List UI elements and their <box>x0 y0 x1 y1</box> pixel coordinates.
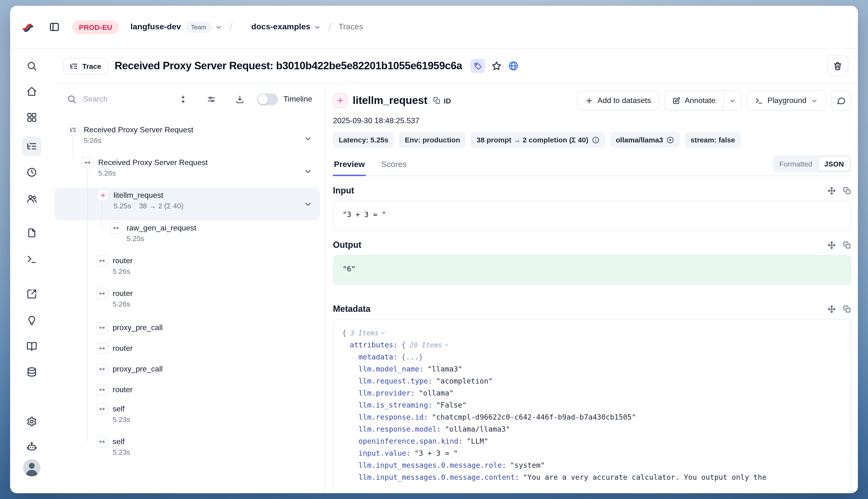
tree-node-router[interactable]: router <box>53 339 325 360</box>
top-navigation: PROD-EU langfuse-dev Team / docs-example… <box>10 6 858 49</box>
playground-button[interactable]: Playground <box>747 90 826 111</box>
json-line: input.value:"3 + 3 = " <box>342 448 842 460</box>
add-to-datasets-button[interactable]: Add to datasets <box>577 90 659 111</box>
tree-node-router[interactable]: router 5.26s <box>53 286 325 318</box>
delete-trace-button[interactable] <box>827 55 848 76</box>
output-section-header: Output <box>333 240 851 250</box>
annotate-dropdown-chevron-icon[interactable] <box>724 90 742 111</box>
tree-node-proxy-pre-call[interactable]: proxy_pre_call <box>53 318 325 339</box>
generation-icon <box>97 190 109 201</box>
chevron-down-icon <box>811 97 818 104</box>
tree-node-self[interactable]: self 5.23s <box>53 434 325 467</box>
tree-node-router[interactable]: router 5.26s <box>53 253 325 286</box>
insights-icon[interactable] <box>22 311 41 330</box>
tab-preview[interactable]: Preview <box>333 160 366 176</box>
environment-badge: Env: production <box>399 132 466 148</box>
timeline-toggle[interactable] <box>257 93 278 105</box>
input-section-title: Input <box>333 186 354 196</box>
home-icon[interactable] <box>22 82 41 101</box>
model-badge: ollama/llama3 <box>610 132 680 148</box>
comments-button[interactable] <box>831 90 851 111</box>
tags-button[interactable] <box>471 59 485 73</box>
detail-tabs: Preview Scores Formatted JSON <box>333 156 851 176</box>
users-icon[interactable] <box>22 189 41 208</box>
circle-plus-icon[interactable] <box>667 136 674 144</box>
tree-search-input[interactable] <box>82 94 172 104</box>
langfuse-app-window: PROD-EU langfuse-dev Team / docs-example… <box>10 6 858 493</box>
organization-name[interactable]: langfuse-dev <box>131 22 181 32</box>
json-line: llm.model_name:"llama3" <box>342 363 842 375</box>
trace-header-bar: Trace Received Proxy Server Request: b30… <box>53 49 858 84</box>
globe-icon <box>508 61 519 71</box>
tree-node-litellm-request[interactable]: litellm_request 5.25s38 → 2 (Σ 40) <box>54 188 320 220</box>
assistant-icon[interactable] <box>22 437 41 456</box>
view-toggle: Formatted JSON <box>773 156 851 172</box>
tracing-icon[interactable] <box>22 137 41 156</box>
tree-node-raw-gen-ai-request[interactable]: raw_gen_ai_request 5.25s <box>53 220 325 253</box>
exports-icon[interactable] <box>22 362 41 381</box>
json-line: llm.input_messages.0.message.content:"Yo… <box>342 472 842 484</box>
expand-icon[interactable] <box>828 241 836 249</box>
copy-icon[interactable] <box>843 187 851 195</box>
copy-icon[interactable] <box>843 241 851 249</box>
copy-icon[interactable] <box>843 305 851 313</box>
datasets-icon[interactable] <box>22 337 41 356</box>
collapse-chevron-icon[interactable] <box>304 134 312 143</box>
expand-icon[interactable] <box>828 305 836 313</box>
langfuse-logo[interactable] <box>22 21 35 34</box>
formatted-view-button[interactable]: Formatted <box>774 157 818 171</box>
tree-node-span[interactable]: Received Proxy Server Request 5.26s <box>53 155 325 188</box>
json-line: llm.response.id:"chatcmpl-d96622c0-c642-… <box>342 411 842 424</box>
prompts-icon[interactable] <box>22 223 41 243</box>
org-type-badge: Team <box>186 21 212 33</box>
public-link-button[interactable] <box>508 61 519 71</box>
breadcrumb-traces[interactable]: Traces <box>339 22 363 32</box>
annotate-button[interactable]: Annotate <box>664 90 724 111</box>
copy-icon <box>433 97 441 105</box>
tree-node-proxy-pre-call[interactable]: proxy_pre_call <box>53 360 325 381</box>
tree-toolbar: Timeline <box>53 84 325 114</box>
star-icon <box>491 61 502 71</box>
evaluations-icon[interactable] <box>22 284 41 304</box>
copy-id-button[interactable]: ID <box>433 97 451 105</box>
comment-icon <box>836 96 846 105</box>
tree-node-self[interactable]: self 5.23s <box>53 401 325 434</box>
json-line: openinference.span.kind:"LLM" <box>342 436 842 448</box>
collapse-chevron-icon[interactable] <box>304 167 312 175</box>
org-switcher-chevron-icon[interactable] <box>215 23 222 31</box>
trace-icon <box>70 62 78 70</box>
sidebar-togg​le-button[interactable] <box>49 22 60 32</box>
json-view-button[interactable]: JSON <box>818 156 850 171</box>
tree-node-router[interactable]: router <box>53 381 325 401</box>
json-line: llm.is_streaming:"False" <box>342 399 842 411</box>
collapse-chevron-icon[interactable] <box>444 342 449 348</box>
project-name[interactable]: docs-examples <box>251 22 310 32</box>
download-icon[interactable] <box>235 95 244 104</box>
dashboards-icon[interactable] <box>22 108 41 127</box>
collapse-chevron-icon[interactable] <box>380 330 386 336</box>
sessions-icon[interactable] <box>22 163 41 182</box>
tree-node-root[interactable]: Received Proxy Server Request 5.26s <box>53 122 325 155</box>
span-icon <box>96 403 108 415</box>
expand-icon[interactable] <box>828 187 836 195</box>
span-icon <box>96 363 108 375</box>
tree-connector-line <box>87 169 88 442</box>
settings-icon[interactable] <box>22 412 41 431</box>
info-icon[interactable] <box>592 136 600 144</box>
view-options-icon[interactable] <box>207 95 216 104</box>
user-avatar[interactable] <box>23 459 40 476</box>
bookmark-star-button[interactable] <box>491 61 502 71</box>
collapse-all-icon[interactable] <box>179 95 188 104</box>
search-icon[interactable] <box>22 56 41 75</box>
output-section-title: Output <box>333 240 361 250</box>
project-switcher-chevron-icon[interactable] <box>314 23 321 31</box>
observation-badges: Latency: 5.25s Env: production 38 prompt… <box>333 132 851 148</box>
sidebar-icon-rail <box>10 49 53 493</box>
tab-scores[interactable]: Scores <box>380 160 408 176</box>
timeline-toggle-label: Timeline <box>283 95 312 104</box>
playground-icon[interactable] <box>22 250 41 269</box>
trash-icon <box>833 61 843 71</box>
observation-detail-panel: litellm_request ID Add to datasets <box>325 84 858 493</box>
collapse-chevron-icon[interactable] <box>304 200 312 208</box>
plus-icon <box>585 97 593 105</box>
